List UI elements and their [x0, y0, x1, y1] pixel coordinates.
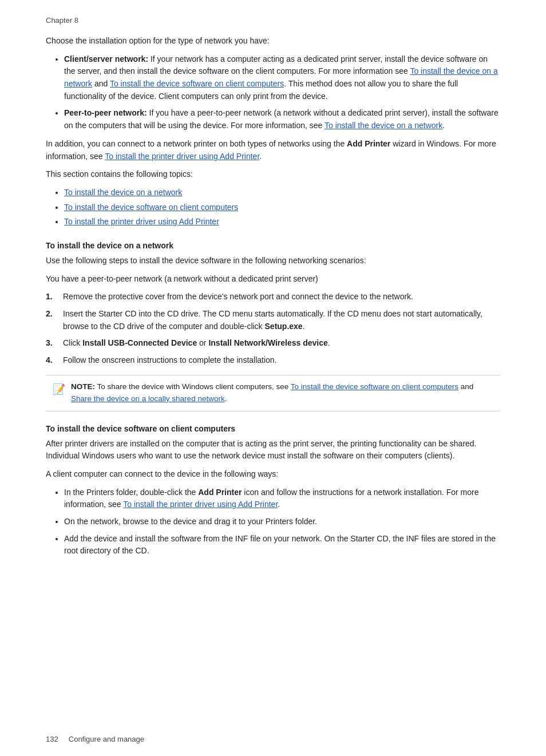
peer-to-peer-term: Peer-to-peer network:	[64, 108, 147, 117]
note-icon: 📝	[53, 382, 65, 398]
footer-page: 132	[46, 735, 58, 743]
link-add-printer-2[interactable]: To install the printer driver using Add …	[123, 500, 278, 509]
step-2: 2. Insert the Starter CD into the CD dri…	[46, 308, 500, 333]
chapter-label: Chapter 8	[46, 16, 78, 25]
add-printer-bold: Add Printer	[347, 139, 390, 148]
section2-heading: To install the device software on client…	[46, 424, 500, 433]
section2-para2: A client computer can connect to the dev…	[46, 468, 500, 481]
note-box: 📝 NOTE: To share the device with Windows…	[46, 375, 500, 411]
link-install-network-2[interactable]: To install the device on a network	[325, 121, 442, 130]
link-topic-2[interactable]: To install the device software on client…	[64, 203, 238, 212]
install-steps-list: 1. Remove the protective cover from the …	[46, 291, 500, 366]
link-topic-1[interactable]: To install the device on a network	[64, 188, 182, 197]
footer: 132 Configure and manage	[46, 735, 144, 743]
add-printer-bold-2: Add Printer	[198, 488, 242, 497]
step-3: 3. Click Install USB-Connected Device or…	[46, 337, 500, 350]
topics-intro: This section contains the following topi…	[46, 168, 500, 181]
list-item-client-server: Client/server network: If your network h…	[64, 53, 500, 103]
section2-bullet-3: Add the device and install the software …	[64, 533, 500, 557]
link-add-printer-1[interactable]: To install the printer driver using Add …	[105, 152, 259, 161]
link-topic-3[interactable]: To install the printer driver using Add …	[64, 217, 219, 226]
section1-para2: You have a peer-to-peer network (a netwo…	[46, 273, 500, 286]
step-4: 4. Follow the onscreen instructions to c…	[46, 354, 500, 367]
link-install-client-note[interactable]: To install the device software on client…	[291, 382, 458, 391]
link-install-client-computers-1[interactable]: To install the device software on client…	[110, 79, 284, 88]
topic-item-2: To install the device software on client…	[64, 201, 500, 214]
chapter-header: Chapter 8	[46, 16, 500, 25]
install-network-bold: Install Network/Wireless device	[208, 338, 327, 347]
setup-exe-bold: Setup.exe	[265, 322, 303, 331]
section2-bullet-2: On the network, browse to the device and…	[64, 516, 500, 528]
page: Chapter 8 Choose the installation option…	[0, 0, 546, 756]
section2-bullets: In the Printers folder, double-click the…	[64, 486, 500, 557]
section2-para1: After printer drivers are installed on t…	[46, 438, 500, 462]
note-label: NOTE:	[71, 382, 95, 391]
footer-text: Configure and manage	[69, 735, 144, 743]
intro-paragraph: Choose the installation option for the t…	[46, 35, 500, 48]
section2-bullet-1: In the Printers folder, double-click the…	[64, 486, 500, 511]
note-content: NOTE: To share the device with Windows c…	[71, 381, 493, 405]
network-type-list: Client/server network: If your network h…	[64, 53, 500, 132]
section1-para1: Use the following steps to install the d…	[46, 255, 500, 267]
install-usb-bold: Install USB-Connected Device	[82, 338, 197, 347]
step-1: 1. Remove the protective cover from the …	[46, 291, 500, 303]
topic-item-1: To install the device on a network	[64, 187, 500, 199]
list-item-peer-to-peer: Peer-to-peer network: If you have a peer…	[64, 107, 500, 132]
topic-item-3: To install the printer driver using Add …	[64, 216, 500, 228]
section1-heading: To install the device on a network	[46, 241, 500, 250]
add-printer-paragraph: In addition, you can connect to a networ…	[46, 138, 500, 163]
topics-list: To install the device on a network To in…	[64, 187, 500, 228]
link-share-network-note[interactable]: Share the device on a locally shared net…	[71, 394, 225, 403]
client-server-term: Client/server network:	[64, 54, 148, 64]
